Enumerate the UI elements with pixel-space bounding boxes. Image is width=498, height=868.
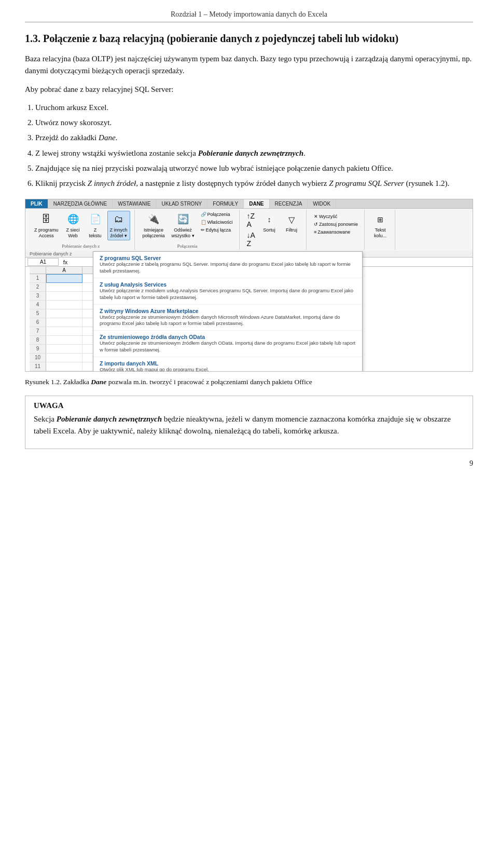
row-num-6: 6	[30, 318, 46, 327]
connections-icon: 🔗	[201, 212, 206, 217]
cell-a6[interactable]	[46, 318, 82, 327]
btn-sort[interactable]: ↕ Sortuj	[259, 211, 280, 235]
col-header-a: A	[46, 267, 82, 274]
reapply-icon: ↺	[314, 222, 318, 227]
btn-access[interactable]: 🗄 Z programuAccess	[32, 211, 61, 240]
sort-buttons: ↑ZA ↓AZ ↕ Sortuj ▽ Filtruj	[245, 211, 302, 249]
btn-clear[interactable]: ✕ Wyczyść	[312, 213, 360, 220]
formula-icon: fx	[61, 259, 70, 265]
btn-refresh-all[interactable]: 🔄 Odświeżwszystko ▾	[169, 211, 197, 240]
existing-connections-icon: 🔌	[146, 212, 161, 227]
cell-a4[interactable]	[46, 301, 82, 309]
section-number: 1.3.	[25, 33, 40, 44]
btn-properties[interactable]: 📋 Właściwości	[199, 219, 235, 226]
properties-icon: 📋	[201, 220, 206, 225]
dropdown-item-odata[interactable]: Ze strumieniowego źródła danych OData Ut…	[93, 331, 362, 357]
ribbon-group-clear: ✕ Wyczyść ↺ Zastosuj ponownie ≡ Zaawanso…	[308, 210, 365, 250]
row-num-1: 1	[30, 274, 46, 283]
dropdown-item-xml[interactable]: Z importu danych XML Otwórz plik XML lub…	[93, 357, 362, 372]
tab-dane[interactable]: DANE	[244, 199, 269, 208]
row-num-11: 11	[30, 362, 46, 371]
cell-a5[interactable]	[46, 309, 82, 318]
tab-recenzja[interactable]: RECENZJA	[270, 199, 308, 208]
figure-excel: PLIK NARZĘDZIA GŁÓWNE WSTAWIANIE UKŁAD S…	[25, 199, 473, 372]
page-header-text: Rozdział 1 – Metody importowania danych …	[171, 10, 327, 18]
dropdown-menu: Z programu SQL Server Utwórz połączenie …	[93, 251, 363, 372]
cell-a7[interactable]	[46, 327, 82, 336]
step-4: Z lewej strony wstążki wyświetlona zosta…	[35, 147, 473, 159]
edit-links-icon: ✏	[201, 227, 205, 233]
paragraph-2: Aby pobrać dane z bazy relacyjnej SQL Se…	[25, 84, 473, 96]
step-5: Znajdujące się na niej przyciski pozwala…	[35, 162, 473, 174]
tab-formuly[interactable]: FORMUŁY	[208, 199, 244, 208]
access-icon: 🗄	[39, 212, 53, 227]
tab-uklad[interactable]: UKŁAD STRONY	[156, 199, 208, 208]
paragraph-1: Baza relacyjna (baza OLTP) jest najczęśc…	[25, 53, 473, 77]
name-box[interactable]: A1	[27, 258, 59, 266]
btn-existing-connections[interactable]: 🔌 Istniejącepołączenia	[140, 211, 168, 240]
btn-web[interactable]: 🌐 Z sieciWeb	[63, 211, 84, 240]
btn-text[interactable]: 📄 Ztekstu	[85, 211, 106, 240]
btn-edit-links[interactable]: ✏ Edytuj łącza	[199, 226, 235, 234]
dropdown-item-analysis[interactable]: Z usług Analysis Services Utwórz połącze…	[93, 278, 362, 305]
ribbon-group-sort: ↑ZA ↓AZ ↕ Sortuj ▽ Filtruj	[241, 210, 307, 250]
sort-icon: ↕	[262, 212, 276, 227]
row-num-10: 10	[30, 354, 46, 362]
btn-sort-az[interactable]: ↑ZA	[245, 211, 257, 229]
connections-buttons: 🔌 Istniejącepołączenia 🔄 Odświeżwszystko…	[140, 211, 235, 242]
note-box: UWAGA Sekcja Pobieranie danych zewnętrzn…	[25, 396, 473, 450]
row-num-header	[30, 267, 46, 274]
cell-a9[interactable]	[46, 345, 82, 354]
btn-text-to-col[interactable]: ⊞ Tekstkolu...	[370, 211, 391, 240]
btn-other-sources[interactable]: 🗂 Z innychźródeł ▾	[107, 211, 130, 240]
connections-col: 🔗 Połączenia 📋 Właściwości ✏ Edytuj łącz…	[199, 211, 235, 234]
tab-plik[interactable]: PLIK	[25, 199, 48, 208]
cell-a3[interactable]	[46, 292, 82, 301]
cell-a8[interactable]	[46, 336, 82, 345]
step-3: Przejdź do zakładki Dane.	[35, 132, 473, 144]
refresh-icon: 🔄	[176, 212, 190, 227]
cell-a11[interactable]	[46, 362, 82, 371]
advanced-icon: ≡	[314, 229, 316, 235]
tab-widok[interactable]: WIDOK	[308, 199, 336, 208]
external-group-label: Pobieranie danych z	[62, 242, 100, 249]
web-icon: 🌐	[66, 212, 80, 227]
tab-narzedzia[interactable]: NARZĘDZIA GŁÓWNE	[48, 199, 113, 208]
row-num-3: 3	[30, 292, 46, 301]
tab-wstawianie[interactable]: WSTAWIANIE	[113, 199, 156, 208]
note-text: Sekcja Pobieranie danych zewnętrznych bę…	[34, 413, 464, 438]
steps-list: Uruchom arkusz Excel. Utwórz nowy skoros…	[35, 102, 473, 190]
other-sources-icon: 🗂	[112, 212, 126, 227]
ribbon-group-text-to-col: ⊞ Tekstkolu...	[366, 210, 395, 250]
btn-advanced[interactable]: ≡ Zaawansowane	[312, 228, 360, 236]
section-title: 1.3. Połączenie z bazą relacyjną (pobier…	[25, 32, 473, 46]
az-sort-col: ↑ZA ↓AZ	[245, 211, 257, 249]
btn-reapply[interactable]: ↺ Zastosuj ponownie	[312, 221, 360, 228]
ribbon-content: 🗄 Z programuAccess 🌐 Z sieciWeb 📄 Ztekst…	[25, 209, 473, 251]
cell-a2[interactable]	[46, 283, 82, 292]
row-num-2: 2	[30, 283, 46, 292]
dropdown-item-azure[interactable]: Z witryny Windows Azure Marketplace Utwó…	[93, 305, 362, 331]
row-num-8: 8	[30, 336, 46, 345]
row-num-5: 5	[30, 309, 46, 318]
ribbon-tabs: PLIK NARZĘDZIA GŁÓWNE WSTAWIANIE UKŁAD S…	[25, 199, 473, 209]
step-6: Kliknij przycisk Z innych źródeł, a nast…	[35, 178, 473, 189]
note-title: UWAGA	[34, 401, 464, 410]
clear-icon: ✕	[314, 214, 318, 219]
section-title-text: Połączenie z bazą relacyjną (pobieranie …	[43, 33, 398, 44]
btn-connections[interactable]: 🔗 Połączenia	[199, 211, 235, 218]
cell-a10[interactable]	[46, 354, 82, 362]
row-num-4: 4	[30, 301, 46, 309]
clear-col: ✕ Wyczyść ↺ Zastosuj ponownie ≡ Zaawanso…	[312, 213, 360, 236]
page-header: Rozdział 1 – Metody importowania danych …	[25, 10, 473, 22]
dropdown-item-sqlserver[interactable]: Z programu SQL Server Utwórz połączenie …	[93, 252, 362, 278]
btn-sort-za[interactable]: ↓AZ	[245, 230, 257, 249]
btn-filter[interactable]: ▽ Filtruj	[281, 211, 302, 235]
page-number: 9	[25, 459, 473, 468]
figure-caption: Rysunek 1.2. Zakładka Dane pozwala m.in.…	[25, 377, 473, 387]
text-icon: 📄	[88, 212, 103, 227]
filter-icon: ▽	[284, 212, 299, 227]
row-num-9: 9	[30, 345, 46, 354]
external-buttons: 🗄 Z programuAccess 🌐 Z sieciWeb 📄 Ztekst…	[32, 211, 130, 242]
cell-a1[interactable]	[46, 274, 82, 283]
